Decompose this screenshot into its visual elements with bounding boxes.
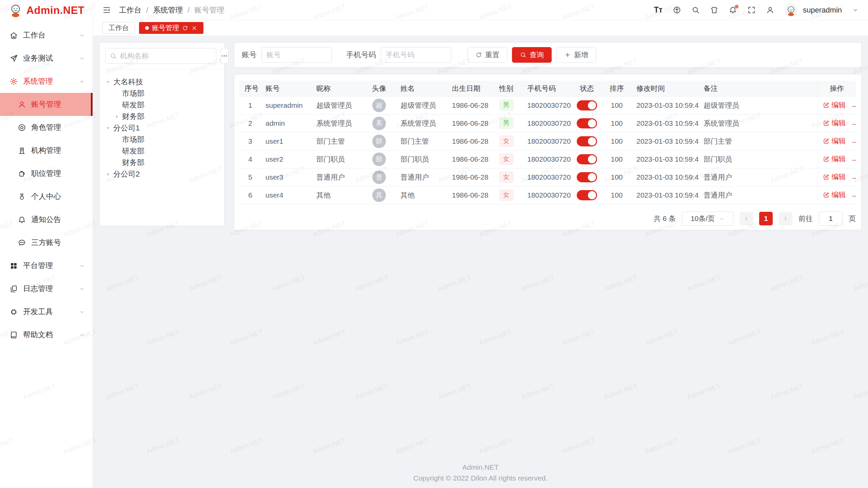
caret-right-icon[interactable]: [114, 114, 120, 120]
sidebar-item-role-management[interactable]: 角色管理: [0, 116, 93, 139]
help-docs-icon: [9, 331, 18, 339]
org-more-button[interactable]: [220, 48, 229, 64]
breadcrumb-item[interactable]: 工作台: [119, 5, 141, 15]
avatar: 系: [372, 117, 386, 130]
tree-node[interactable]: 大名科技: [103, 76, 221, 88]
breadcrumb-item[interactable]: 系统管理: [153, 5, 183, 15]
edit-button[interactable]: 编辑: [823, 154, 846, 164]
tree-node[interactable]: 研发部: [103, 145, 221, 157]
user-avatar[interactable]: [785, 4, 797, 17]
org-search-field[interactable]: [105, 48, 216, 64]
status-toggle[interactable]: [577, 190, 597, 200]
status-toggle[interactable]: [577, 136, 597, 146]
sidebar-item-notice-announcement[interactable]: 通知公告: [0, 208, 93, 231]
caret-down-icon[interactable]: [105, 125, 111, 131]
third-party-account-icon: [18, 239, 26, 247]
sidebar-item-org-management[interactable]: 机构管理: [0, 139, 93, 162]
more-actions-icon[interactable]: [851, 139, 856, 146]
edit-button[interactable]: 编辑: [823, 136, 846, 146]
next-page-button[interactable]: [779, 212, 792, 225]
search-icon[interactable]: [691, 6, 700, 14]
edit-button[interactable]: 编辑: [823, 100, 846, 110]
account-management-icon: [18, 100, 26, 109]
cell-nickname: 普通用户: [312, 168, 362, 186]
status-toggle[interactable]: [577, 154, 597, 164]
sidebar-item-label: 系统管理: [23, 76, 79, 86]
edit-button[interactable]: 编辑: [823, 172, 846, 182]
tree-node[interactable]: 市场部: [103, 134, 221, 145]
prev-page-button[interactable]: [739, 212, 753, 225]
tree-node[interactable]: 分公司2: [103, 168, 221, 180]
sidebar-item-business-test[interactable]: 业务测试: [0, 47, 93, 70]
notification-bell-icon[interactable]: [729, 6, 737, 14]
tree-node-label: 分公司2: [113, 169, 140, 179]
more-actions-icon[interactable]: [851, 121, 856, 128]
status-toggle[interactable]: [577, 118, 597, 128]
tree-node[interactable]: 研发部: [103, 99, 221, 111]
caret-down-icon[interactable]: [105, 79, 111, 85]
profile-icon[interactable]: [766, 6, 774, 14]
tab-workbench[interactable]: 工作台: [102, 22, 135, 34]
collapse-sidebar-icon[interactable]: [102, 6, 111, 14]
goto-page-input[interactable]: [819, 211, 843, 226]
cell-sort: 100: [602, 96, 632, 114]
language-icon[interactable]: [673, 6, 681, 14]
query-button[interactable]: 查询: [512, 47, 552, 63]
sidebar-item-position-management[interactable]: 职位管理: [0, 162, 93, 185]
workbench-icon: [9, 31, 18, 40]
tabbar: 工作台账号管理: [93, 20, 868, 36]
tab-account-management[interactable]: 账号管理: [139, 22, 203, 34]
sidebar-item-log-management[interactable]: 日志管理: [0, 277, 93, 300]
pagination: 共 6 条 10条/页 1 前往 页: [240, 207, 856, 230]
goto-label: 前往: [798, 214, 813, 223]
sidebar-item-account-management[interactable]: 账号管理: [0, 93, 93, 116]
chevron-down-icon: [719, 216, 725, 222]
sidebar-item-platform-management[interactable]: 平台管理: [0, 254, 93, 277]
theme-shirt-icon[interactable]: [710, 6, 718, 14]
org-search-input[interactable]: [120, 52, 212, 60]
sidebar-item-third-party-account[interactable]: 三方账号: [0, 231, 93, 254]
edit-button-label: 编辑: [832, 154, 846, 164]
column-header: 性别: [490, 81, 522, 96]
sidebar-item-workbench[interactable]: 工作台: [0, 24, 93, 47]
account-filter-input[interactable]: [261, 47, 332, 63]
cell-avatar: 超: [362, 96, 396, 114]
more-actions-icon[interactable]: [851, 103, 856, 110]
edit-button[interactable]: 编辑: [823, 190, 846, 200]
cell-modified: 2023-01-03 10:59:44: [632, 114, 699, 132]
sidebar-item-personal-center[interactable]: 个人中心: [0, 185, 93, 208]
sidebar-item-help-docs[interactable]: 帮助文档: [0, 323, 93, 346]
reset-button[interactable]: 重置: [468, 47, 507, 63]
edit-button[interactable]: 编辑: [823, 118, 846, 128]
tree-node[interactable]: 市场部: [103, 88, 221, 99]
business-test-icon: [9, 54, 18, 63]
tree-node[interactable]: 分公司1: [103, 122, 221, 134]
more-actions-icon[interactable]: [851, 175, 856, 182]
tree-node[interactable]: 财务部: [103, 111, 221, 122]
close-tab-icon[interactable]: [191, 25, 197, 31]
font-size-icon[interactable]: Tт: [654, 5, 663, 15]
username[interactable]: superadmin: [803, 6, 842, 15]
sidebar-item-label: 个人中心: [31, 191, 85, 202]
profile-glyph: [766, 6, 774, 14]
add-button[interactable]: 新增: [556, 47, 596, 63]
sidebar-item-dev-tools[interactable]: 开发工具: [0, 300, 93, 323]
refresh-tab-icon[interactable]: [182, 25, 188, 31]
current-page-button[interactable]: 1: [759, 212, 773, 225]
tree-node[interactable]: 财务部: [103, 157, 221, 168]
more-actions-icon[interactable]: [851, 157, 856, 164]
sidebar-item-label: 平台管理: [23, 261, 79, 271]
user-menu-chevron-icon[interactable]: [852, 7, 859, 13]
status-toggle[interactable]: [577, 100, 597, 110]
more-actions-icon[interactable]: [851, 192, 856, 200]
status-toggle[interactable]: [577, 172, 597, 182]
cell-phone: 18020030720: [522, 132, 572, 150]
cell-remark: 普通用户: [699, 186, 818, 204]
caret-right-icon[interactable]: [105, 171, 111, 177]
sidebar-item-system-management[interactable]: 系统管理: [0, 70, 93, 93]
phone-filter-input[interactable]: [381, 47, 451, 63]
breadcrumb: 工作台/系统管理/账号管理: [119, 5, 224, 15]
fullscreen-icon[interactable]: [747, 6, 756, 14]
page-size-value: 10条/页: [691, 214, 715, 223]
page-size-select[interactable]: 10条/页: [682, 211, 733, 226]
